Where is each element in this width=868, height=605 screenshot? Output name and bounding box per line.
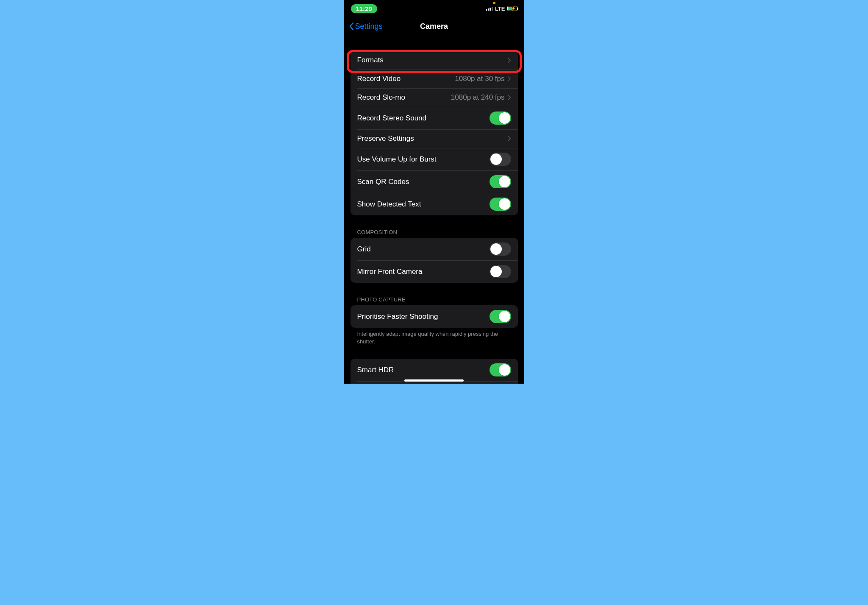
row-formats[interactable]: Formats: [351, 51, 518, 70]
carrier-text: LTE: [495, 6, 505, 12]
chevron-right-icon: [507, 95, 511, 100]
row-label: Record Slo-mo: [357, 93, 451, 102]
row-volume-burst: Use Volume Up for Burst: [351, 148, 518, 170]
row-label: Use Volume Up for Burst: [357, 155, 490, 164]
row-record-stereo: Record Stereo Sound: [351, 107, 518, 129]
row-label: Record Video: [357, 75, 455, 83]
battery-icon: ⚡: [507, 6, 517, 11]
back-label: Settings: [355, 22, 383, 31]
row-grid: Grid: [351, 238, 518, 260]
status-right: LTE ⚡: [486, 6, 517, 12]
row-record-video[interactable]: Record Video 1080p at 30 fps: [351, 70, 518, 88]
home-indicator[interactable]: [404, 379, 464, 382]
row-value: 1080p at 240 fps: [451, 93, 505, 102]
content-scroll[interactable]: Formats Record Video 1080p at 30 fps Rec…: [344, 36, 524, 384]
toggle-show-text[interactable]: [490, 198, 511, 211]
row-label: Record Stereo Sound: [357, 114, 490, 123]
row-show-text: Show Detected Text: [351, 193, 518, 215]
toggle-scan-qr[interactable]: [490, 175, 511, 188]
chevron-right-icon: [507, 57, 511, 63]
signal-icon: [486, 6, 493, 11]
toggle-prioritise[interactable]: [490, 310, 511, 323]
toggle-grid[interactable]: [490, 243, 511, 256]
list-photo-capture: Prioritise Faster Shooting: [351, 305, 518, 328]
row-label: Show Detected Text: [357, 200, 490, 209]
row-prioritise: Prioritise Faster Shooting: [351, 305, 518, 328]
row-mirror-front: Mirror Front Camera: [351, 260, 518, 283]
group-header: Composition: [351, 229, 518, 238]
group-header: Photo Capture: [351, 296, 518, 305]
toggle-record-stereo[interactable]: [490, 112, 511, 125]
list-composition: Grid Mirror Front Camera: [351, 238, 518, 283]
group-footer: Intelligently adapt image quality when r…: [351, 328, 518, 345]
nav-bar: Settings Camera: [344, 17, 524, 36]
chevron-right-icon: [507, 76, 511, 82]
group-main: Formats Record Video 1080p at 30 fps Rec…: [351, 51, 518, 215]
list-main: Formats Record Video 1080p at 30 fps Rec…: [351, 51, 518, 215]
group-composition: Composition Grid Mirror Front Camera: [351, 229, 518, 283]
row-label: Mirror Front Camera: [357, 268, 490, 276]
row-label: Smart HDR: [357, 366, 490, 374]
back-button[interactable]: Settings: [348, 22, 383, 31]
row-label: Scan QR Codes: [357, 178, 490, 186]
row-scan-qr: Scan QR Codes: [351, 170, 518, 193]
row-label: Formats: [357, 56, 507, 64]
chevron-left-icon: [348, 22, 354, 31]
phone-frame: 11:29 LTE ⚡ Settings Camera Formats: [344, 0, 524, 384]
row-label: Prioritise Faster Shooting: [357, 312, 490, 321]
toggle-smart-hdr[interactable]: [490, 363, 511, 376]
row-label: Grid: [357, 245, 490, 254]
toggle-mirror-front[interactable]: [490, 265, 511, 278]
row-value: 1080p at 30 fps: [455, 75, 504, 83]
status-time[interactable]: 11:29: [351, 4, 377, 13]
status-bar: 11:29 LTE ⚡: [344, 0, 524, 17]
group-photo-capture: Photo Capture Prioritise Faster Shooting…: [351, 296, 518, 345]
row-preserve-settings[interactable]: Preserve Settings: [351, 129, 518, 148]
toggle-volume-burst[interactable]: [490, 153, 511, 166]
row-record-slomo[interactable]: Record Slo-mo 1080p at 240 fps: [351, 88, 518, 107]
row-smart-hdr: Smart HDR: [351, 359, 518, 381]
row-label: Preserve Settings: [357, 134, 507, 143]
chevron-right-icon: [507, 136, 511, 142]
privacy-indicator-dot: [493, 2, 495, 4]
